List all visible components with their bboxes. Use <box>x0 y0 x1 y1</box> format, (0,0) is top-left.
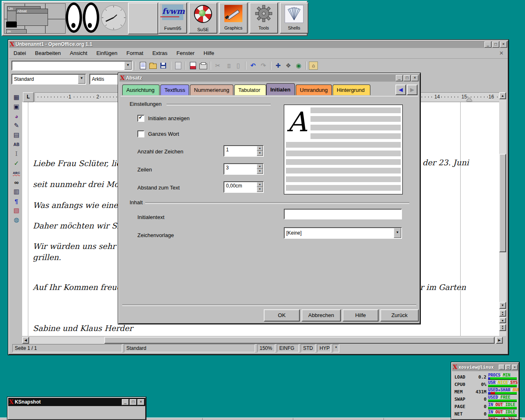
spin-down-icon[interactable]: ▼ <box>257 151 263 156</box>
paste-icon[interactable]: ▯ <box>234 61 243 70</box>
print-icon[interactable] <box>199 61 208 70</box>
dock-button-graphics[interactable]: Graphics <box>219 2 248 34</box>
dock-button-shells[interactable]: Shells <box>280 2 308 34</box>
status-hyperlink-mode[interactable]: HYP <box>317 344 331 352</box>
distance-spinner[interactable]: 0,00cm ▲▼ <box>224 181 264 193</box>
mail-document-icon[interactable] <box>188 61 197 70</box>
edit-file-icon[interactable] <box>173 61 183 70</box>
tab-type-selector[interactable]: L <box>23 92 34 102</box>
cut-icon[interactable]: ✂ <box>213 61 222 70</box>
redo-icon[interactable]: ↷ <box>259 61 268 70</box>
menu-format[interactable]: Format <box>122 49 148 57</box>
insert-form-icon[interactable]: ▤ <box>12 130 21 139</box>
hyperlink-icon[interactable]: ◉ <box>294 61 303 70</box>
scroll-down-icon[interactable]: ▼ <box>499 302 506 309</box>
spin-up-icon[interactable]: ▲ <box>257 164 263 169</box>
tab-textfluss[interactable]: Textfluss <box>160 84 189 95</box>
undo-icon[interactable]: ↶ <box>249 61 258 70</box>
dock-empty-button[interactable] <box>128 2 158 34</box>
chevron-down-icon[interactable]: ▼ <box>124 62 132 70</box>
previous-page-icon[interactable]: ▲▲ <box>499 310 506 317</box>
tab-ausrichtung[interactable]: Ausrichtung <box>122 84 160 95</box>
next-page-icon[interactable]: ▼▼ <box>499 324 506 331</box>
menu-einfuegen[interactable]: Einfügen <box>92 49 122 57</box>
scroll-left-icon[interactable]: ◀ <box>22 337 29 344</box>
close-button[interactable]: × <box>500 41 507 48</box>
close-button[interactable]: × <box>137 399 144 405</box>
menu-extras[interactable]: Extras <box>148 49 172 57</box>
chevron-down-icon[interactable]: ▼ <box>394 228 401 238</box>
horizontal-scrollbar-thumb[interactable] <box>104 337 495 344</box>
horizontal-scrollbar[interactable]: ◀ ▶ <box>22 337 503 344</box>
dock-button-suse[interactable]: SuSE <box>189 2 217 34</box>
stylist-icon[interactable]: ❖ <box>284 61 293 70</box>
pager-mini-window[interactable]: Un <box>6 29 27 34</box>
draw-functions-icon[interactable]: ✎ <box>12 121 21 130</box>
scroll-up-icon[interactable]: ▲ <box>499 92 506 99</box>
document-close-icon[interactable]: ✕ <box>499 50 508 56</box>
spin-up-icon[interactable]: ▲ <box>257 146 263 151</box>
tab-hintergrund[interactable]: Hintergrund <box>333 84 370 95</box>
status-selection-mode[interactable]: STD <box>301 344 315 352</box>
help-button[interactable]: Hilfe <box>342 309 379 322</box>
lines-spinner[interactable]: 3 ▲▼ <box>224 163 264 175</box>
xosview-titlebar[interactable]: X xosview@linux _ □ × <box>452 363 518 371</box>
minimize-button[interactable]: _ <box>122 399 129 405</box>
vertical-scrollbar[interactable]: ▲ ▼ ▲▲ ● ▼▼ <box>499 92 506 336</box>
insert-chart-icon[interactable]: ◕ <box>12 112 21 121</box>
chevron-down-icon[interactable]: ▼ <box>78 75 85 84</box>
tab-scroll-right-icon[interactable]: ▶ <box>407 84 418 95</box>
menu-ansicht[interactable]: Ansicht <box>65 49 92 57</box>
tab-scroll-left-icon[interactable]: ◀ <box>395 84 406 95</box>
auto-spellcheck-icon[interactable]: ABC <box>12 168 21 177</box>
ok-button[interactable]: OK <box>264 309 300 322</box>
dialog-close-button[interactable]: × <box>411 75 418 81</box>
cancel-button[interactable]: Abbrechen <box>301 309 341 322</box>
spin-down-icon[interactable]: ▼ <box>257 187 263 192</box>
insert-frame-icon[interactable]: ▣ <box>12 102 21 111</box>
vertical-scrollbar-thumb[interactable] <box>499 154 506 252</box>
dialog-minimize-button[interactable]: _ <box>396 75 403 81</box>
maximize-button[interactable]: □ <box>492 41 499 48</box>
maximize-button[interactable]: □ <box>505 365 511 370</box>
menu-hilfe[interactable]: Hilfe <box>199 49 219 57</box>
tab-nummerierung[interactable]: Nummerierung <box>190 84 233 95</box>
minimize-button[interactable]: _ <box>484 41 491 48</box>
fvwm-pager[interactable]: Un Absat Un <box>4 3 66 34</box>
close-button[interactable]: × <box>512 365 518 370</box>
margin-marker-icon[interactable] <box>466 98 472 101</box>
find-icon[interactable]: ∞ <box>12 178 21 187</box>
tab-initialen[interactable]: Initialen <box>266 83 295 95</box>
show-dropcaps-checkbox[interactable] <box>137 115 144 122</box>
copy-icon[interactable]: ▯▯ <box>224 61 233 70</box>
writer-titlebar[interactable]: X Unbenannt1 - OpenOffice.org 1.1 _ □ × <box>9 41 508 48</box>
insert-table-icon[interactable]: ▦ <box>12 93 21 102</box>
reset-button[interactable]: Zurück <box>380 309 419 322</box>
paragraph-style-combobox[interactable]: Standard ▼ <box>11 74 86 84</box>
nonprinting-characters-icon[interactable]: ¶ <box>12 196 21 205</box>
spellcheck-icon[interactable]: ✓ <box>12 159 21 168</box>
autotext-icon[interactable]: AB <box>12 140 21 149</box>
menu-bearbeiten[interactable]: Bearbeiten <box>30 49 65 57</box>
images-onoff-icon[interactable]: ▧ <box>12 206 21 215</box>
tab-tabulator[interactable]: Tabulator <box>234 84 266 95</box>
menu-datei[interactable]: Datei <box>9 49 30 57</box>
status-zoom[interactable]: 150% <box>257 344 275 352</box>
dock-button-tools[interactable]: Tools <box>249 2 278 34</box>
data-sources-icon[interactable]: ▥ <box>12 187 21 196</box>
minimize-button[interactable]: _ <box>499 365 504 370</box>
online-layout-icon[interactable]: ◍ <box>12 215 21 224</box>
status-insert-mode[interactable]: EINFG <box>277 344 299 352</box>
new-document-icon[interactable] <box>138 61 147 70</box>
dock-button-fvwm95[interactable]: fvwm Fvwm95 <box>158 2 187 34</box>
gallery-icon[interactable]: ⌂ <box>309 62 318 70</box>
direct-cursor-icon[interactable]: I <box>12 149 21 158</box>
navigator-icon[interactable]: ✚ <box>274 61 283 70</box>
save-icon[interactable] <box>159 61 168 70</box>
spin-down-icon[interactable]: ▼ <box>257 169 263 174</box>
maximize-button[interactable]: □ <box>130 399 137 405</box>
dialog-maximize-button[interactable]: □ <box>404 75 411 81</box>
spin-up-icon[interactable]: ▲ <box>257 182 263 187</box>
num-chars-spinner[interactable]: 1 ▲▼ <box>224 145 264 157</box>
pager-mini-window[interactable] <box>6 22 17 27</box>
